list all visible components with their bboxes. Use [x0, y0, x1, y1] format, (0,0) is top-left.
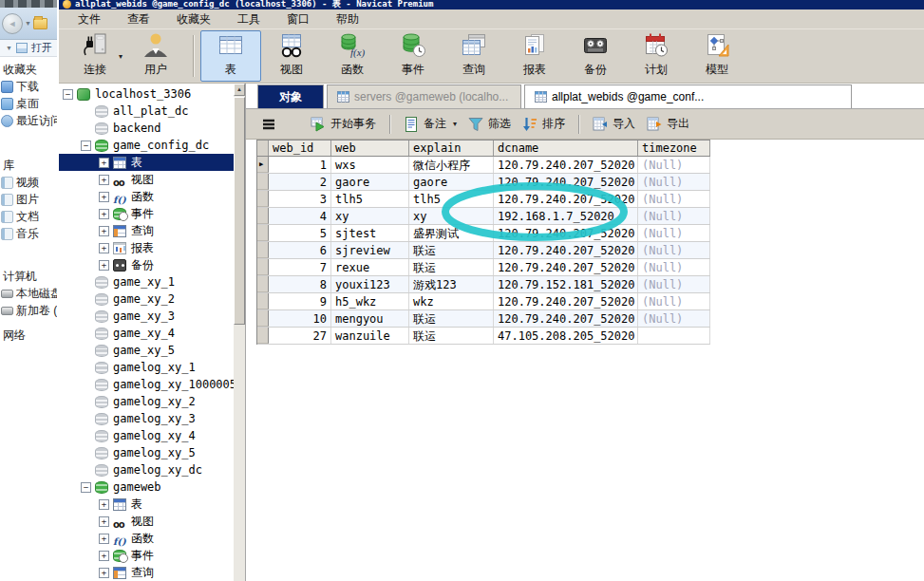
explorer-item[interactable]: 桌面 [0, 95, 57, 112]
cell-explain[interactable]: 联运 [409, 328, 494, 344]
tree-item[interactable]: 查询 [59, 564, 234, 581]
cell-dcname[interactable]: 120.79.152.181_52020 [494, 276, 638, 292]
expander-icon[interactable] [63, 89, 73, 100]
tree-scrollbar[interactable]: ▲ [234, 84, 245, 581]
expander-icon[interactable] [81, 482, 91, 493]
chevron-down-icon[interactable]: ▼ [6, 45, 12, 51]
cell-timezone[interactable]: (Null) [638, 225, 710, 241]
reports-button[interactable]: 报表 [504, 30, 565, 82]
column-header-timezone[interactable]: timezone [638, 141, 710, 156]
scroll-up-icon[interactable]: ▲ [234, 84, 245, 96]
connection-button[interactable]: ▾ 连接 [65, 30, 125, 82]
menu-favorites[interactable]: 收藏夹 [163, 9, 224, 29]
column-header-dcname[interactable]: dcname [494, 141, 638, 156]
tree-item[interactable]: backend [59, 120, 234, 137]
schedule-button[interactable]: 计划 [626, 30, 687, 82]
cell-timezone[interactable]: (Null) [638, 276, 710, 292]
table-row[interactable]: 3 tlh5 tlh5 120.79.240.207_52020 (Null) [257, 191, 710, 208]
backup-button[interactable]: 备份 [565, 30, 626, 82]
row-selector[interactable] [257, 276, 269, 292]
row-selector[interactable] [257, 225, 269, 241]
tree-item[interactable]: gamelog_xy_4 [59, 427, 234, 444]
table-row[interactable]: 6 sjreview 联运 120.79.240.207_52020 (Null… [257, 242, 710, 259]
expander-icon[interactable] [99, 175, 109, 185]
explorer-item[interactable]: 库 [0, 157, 57, 174]
row-selector[interactable] [257, 174, 269, 190]
tab-servers-table[interactable]: servers @gameweb (localho... [327, 84, 521, 108]
explorer-item[interactable]: 音乐 [0, 225, 57, 242]
tree-item[interactable]: game_xy_4 [59, 325, 234, 342]
expander-icon[interactable] [99, 534, 109, 544]
cell-timezone[interactable]: (Null) [638, 259, 710, 275]
queries-button[interactable]: 查询 [443, 30, 504, 82]
begin-transaction-button[interactable]: 开始事务 [305, 113, 382, 135]
explorer-item[interactable]: 网络 [0, 327, 57, 344]
table-row[interactable]: 2 gaore gaore 120.79.240.207_52020 (Null… [257, 174, 710, 191]
table-row[interactable]: 27 wanzuile 联运 47.105.208.205_52020 [257, 328, 710, 345]
table-row[interactable]: 10 mengyou 联运 120.79.240.207_52020 (Null… [257, 310, 710, 328]
tree-item[interactable]: all_plat_dc [59, 103, 234, 120]
cell-dcname[interactable]: 120.79.240.207_52020 [494, 310, 638, 327]
cell-web[interactable]: xy [331, 208, 409, 224]
chevron-down-icon[interactable]: ▾ [119, 52, 123, 61]
cell-web[interactable]: gaore [331, 174, 409, 190]
cell-web[interactable]: wanzuile [331, 328, 409, 344]
expander-icon[interactable] [99, 516, 109, 527]
tree-item[interactable]: 查询 [59, 222, 234, 239]
row-selector[interactable] [257, 208, 269, 224]
tree-item[interactable]: game_xy_1 [59, 273, 234, 290]
cell-web[interactable]: youxi123 [331, 276, 409, 292]
cell-web[interactable]: h5_wkz [331, 293, 409, 309]
filter-button[interactable]: 筛选 [462, 113, 517, 135]
expander-icon[interactable] [99, 551, 109, 561]
expander-icon[interactable] [99, 226, 109, 236]
tree-item[interactable]: 视图 [59, 513, 234, 530]
tree-item[interactable]: game_xy_2 [59, 290, 234, 308]
cell-web-id[interactable]: 5 [269, 225, 331, 241]
tree-item[interactable]: game_config_dc [59, 137, 234, 154]
tree-item[interactable]: 事件 [59, 547, 234, 564]
menu-view[interactable]: 查看 [114, 9, 163, 29]
row-selector[interactable] [257, 328, 269, 344]
tab-allplat-webids-table[interactable]: allplat_webids @game_conf... [524, 84, 852, 108]
explorer-item[interactable]: 文档 [0, 208, 57, 225]
cell-explain[interactable]: gaore [409, 174, 494, 190]
expander-icon[interactable] [99, 243, 109, 253]
column-header-web-id[interactable]: web_id [269, 141, 331, 156]
tree-item[interactable]: 事件 [59, 205, 234, 222]
expander-icon[interactable] [99, 260, 109, 271]
cell-dcname[interactable]: 120.79.240.207_52020 [494, 293, 638, 309]
tree-item[interactable]: 备份 [59, 256, 234, 273]
cell-web-id[interactable]: 10 [269, 310, 331, 327]
menu-help[interactable]: 帮助 [323, 9, 372, 29]
cell-explain[interactable]: 微信小程序 [409, 157, 494, 173]
cell-web-id[interactable]: 3 [269, 191, 331, 207]
user-button[interactable]: 用户 [125, 30, 186, 82]
expander-icon[interactable] [99, 499, 109, 510]
cell-web-id[interactable]: 9 [269, 293, 331, 309]
column-header-explain[interactable]: explain [409, 141, 494, 156]
cell-explain[interactable]: xy [409, 208, 494, 224]
cell-dcname[interactable]: 47.105.208.205_52020 [494, 328, 638, 344]
explorer-item[interactable]: 计算机 [0, 268, 57, 285]
tree-item[interactable]: localhost_3306 [59, 85, 234, 103]
table-row[interactable]: 7 rexue 联运 120.79.240.207_52020 (Null) [257, 259, 710, 276]
expander-icon[interactable] [99, 568, 109, 578]
cell-timezone[interactable]: (Null) [638, 242, 710, 258]
cell-dcname[interactable]: 120.79.240.207_52020 [494, 259, 638, 275]
views-button[interactable]: 视图 [261, 30, 322, 82]
tree-item[interactable]: game_xy_3 [59, 308, 234, 325]
note-button[interactable]: 备注 ▾ [398, 113, 462, 135]
cell-timezone[interactable]: (Null) [638, 157, 710, 173]
cell-timezone[interactable] [638, 328, 710, 344]
row-selector[interactable] [257, 293, 269, 309]
tree-item[interactable]: 表 [59, 154, 234, 171]
cell-web[interactable]: mengyou [331, 310, 409, 327]
cell-timezone[interactable]: (Null) [638, 293, 710, 309]
column-header-web[interactable]: web [331, 141, 409, 156]
cell-web[interactable]: sjreview [331, 242, 409, 258]
tree-item[interactable]: gamelog_xy_dc [59, 461, 234, 478]
explorer-item[interactable]: 最近访问的 [0, 112, 57, 129]
cell-web[interactable]: rexue [331, 259, 409, 275]
cell-dcname[interactable]: 120.79.240.207_52020 [494, 242, 638, 258]
